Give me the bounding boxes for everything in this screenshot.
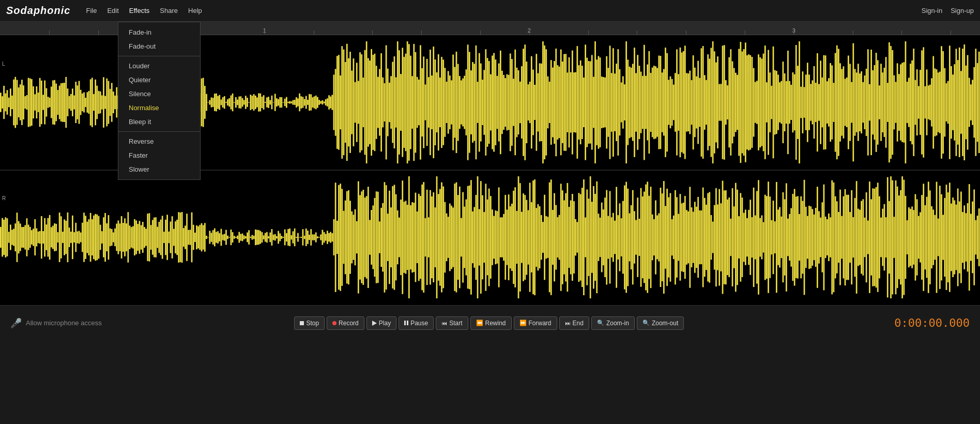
svg-rect-26 — [42, 95, 44, 110]
svg-rect-1171 — [932, 209, 934, 265]
svg-rect-858 — [421, 185, 423, 290]
sign-in-link[interactable]: Sign-in — [922, 7, 942, 14]
svg-rect-641 — [67, 213, 69, 262]
microphone-icon: 🎤 — [10, 317, 22, 329]
zoom-out-button[interactable]: 🔍 Zoom-out — [637, 316, 684, 330]
svg-rect-358 — [585, 44, 586, 160]
svg-rect-170 — [278, 99, 279, 106]
menu-quieter[interactable]: Quieter — [118, 73, 200, 87]
svg-rect-342 — [559, 67, 560, 138]
pause-button[interactable]: Pause — [399, 316, 434, 330]
svg-rect-557 — [910, 64, 911, 141]
svg-rect-148 — [242, 98, 243, 107]
svg-rect-575 — [939, 72, 941, 133]
play-button[interactable]: Play — [366, 316, 396, 330]
svg-rect-13 — [21, 80, 23, 125]
svg-rect-49 — [80, 90, 82, 115]
nav-share[interactable]: Share — [155, 5, 183, 17]
rewind-button[interactable]: ⏪ Rewind — [470, 316, 512, 330]
nav-edit[interactable]: Edit — [102, 5, 124, 17]
record-button[interactable]: Record — [327, 316, 364, 330]
svg-rect-867 — [436, 176, 438, 298]
svg-rect-831 — [377, 192, 379, 283]
menu-faster[interactable]: Faster — [118, 148, 200, 162]
svg-rect-1028 — [699, 210, 701, 264]
svg-rect-128 — [209, 100, 211, 105]
menu-fade-out[interactable]: Fade-out — [118, 39, 200, 53]
svg-rect-1138 — [879, 196, 880, 279]
nav-effects[interactable]: Effects — [124, 5, 155, 17]
svg-rect-841 — [394, 185, 395, 290]
menu-bleep-it[interactable]: Bleep it — [118, 115, 200, 129]
svg-rect-700 — [163, 232, 165, 243]
svg-rect-609 — [14, 223, 16, 251]
svg-rect-226 — [369, 60, 371, 144]
svg-rect-656 — [91, 219, 93, 255]
mic-access-label[interactable]: Allow microphone access — [26, 319, 102, 327]
forward-button[interactable]: ⏩ Forward — [514, 316, 557, 330]
svg-rect-661 — [100, 225, 101, 250]
svg-rect-1003 — [659, 214, 660, 262]
svg-rect-569 — [929, 85, 931, 120]
svg-rect-843 — [397, 210, 399, 264]
svg-rect-303 — [495, 59, 497, 145]
svg-rect-7 — [11, 96, 13, 109]
rewind-icon: ⏪ — [476, 320, 483, 326]
menu-reverse[interactable]: Reverse — [118, 134, 200, 148]
svg-rect-307 — [501, 71, 503, 134]
svg-rect-1029 — [701, 210, 702, 264]
menu-fade-in[interactable]: Fade-in — [118, 25, 200, 39]
stop-button[interactable]: Stop — [294, 316, 325, 330]
svg-rect-1104 — [823, 185, 825, 291]
menu-louder[interactable]: Louder — [118, 59, 200, 73]
svg-rect-34 — [55, 84, 57, 122]
svg-rect-418 — [683, 51, 684, 154]
svg-rect-670 — [114, 229, 116, 246]
svg-rect-286 — [467, 44, 469, 160]
svg-rect-1105 — [825, 217, 826, 258]
nav-file[interactable]: File — [81, 5, 102, 17]
svg-rect-610 — [17, 213, 18, 262]
svg-rect-1126 — [859, 210, 861, 265]
svg-rect-883 — [462, 192, 464, 283]
svg-rect-1135 — [874, 189, 876, 286]
svg-rect-563 — [920, 70, 921, 135]
svg-rect-921 — [524, 195, 526, 280]
start-button[interactable]: ⏮ Start — [436, 316, 468, 330]
svg-rect-529 — [864, 75, 866, 129]
svg-rect-931 — [541, 215, 542, 260]
svg-rect-852 — [411, 202, 413, 272]
end-button[interactable]: ⏭ End — [559, 316, 589, 330]
nav-help[interactable]: Help — [183, 5, 207, 17]
menu-slower[interactable]: Slower — [118, 162, 200, 176]
svg-rect-1156 — [908, 207, 910, 267]
zoom-in-button[interactable]: 🔍 Zoom-in — [591, 316, 635, 330]
svg-rect-854 — [415, 193, 417, 282]
svg-rect-1195 — [972, 202, 973, 274]
svg-rect-998 — [650, 187, 652, 288]
svg-rect-792 — [314, 234, 315, 240]
svg-rect-808 — [340, 184, 341, 291]
app-logo: Sodaphonic — [6, 5, 70, 17]
svg-rect-392 — [640, 72, 642, 133]
svg-rect-417 — [681, 53, 683, 153]
svg-rect-25 — [41, 81, 42, 124]
svg-rect-1111 — [835, 196, 836, 279]
svg-rect-197 — [322, 100, 324, 104]
svg-rect-16 — [26, 95, 28, 110]
sign-up-link[interactable]: Sign-up — [951, 7, 974, 14]
svg-rect-1129 — [864, 218, 866, 257]
svg-rect-662 — [101, 231, 103, 244]
svg-rect-611 — [18, 221, 20, 254]
svg-rect-1063 — [756, 191, 758, 283]
svg-rect-960 — [588, 199, 590, 276]
menu-silence[interactable]: Silence — [118, 87, 200, 101]
svg-rect-774 — [284, 230, 286, 246]
svg-rect-796 — [320, 234, 321, 240]
menu-normalise[interactable]: Normalise — [118, 101, 200, 115]
svg-rect-189 — [309, 94, 310, 111]
svg-rect-1123 — [854, 198, 856, 277]
svg-rect-138 — [225, 102, 227, 103]
svg-rect-1177 — [942, 215, 944, 260]
svg-rect-502 — [820, 60, 821, 144]
